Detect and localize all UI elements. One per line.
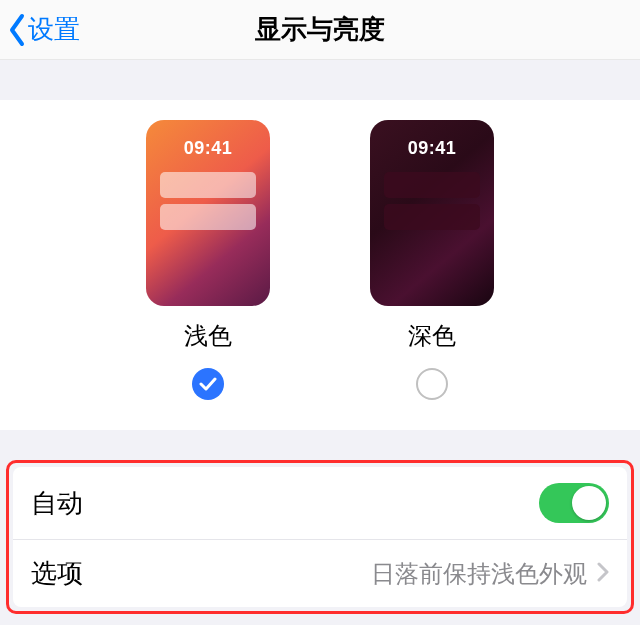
- dark-preview: 09:41: [370, 120, 494, 306]
- back-button-label: 设置: [28, 12, 80, 47]
- preview-widgets: [160, 172, 256, 236]
- preview-time: 09:41: [146, 120, 270, 159]
- page-title: 显示与亮度: [0, 12, 640, 47]
- light-radio-selected[interactable]: [192, 368, 224, 400]
- settings-list: 自动 选项 日落前保持浅色外观: [13, 467, 627, 607]
- preview-widgets: [384, 172, 480, 236]
- options-value: 日落前保持浅色外观: [371, 558, 587, 590]
- dark-label: 深色: [408, 320, 456, 352]
- options-value-container: 日落前保持浅色外观: [371, 558, 609, 590]
- preview-time: 09:41: [370, 120, 494, 159]
- light-preview: 09:41: [146, 120, 270, 306]
- dark-radio-unselected[interactable]: [416, 368, 448, 400]
- automatic-row: 自动: [13, 467, 627, 539]
- automatic-label: 自动: [31, 486, 83, 521]
- appearance-section: 09:41 浅色 09:41 深色: [0, 100, 640, 430]
- toggle-knob: [572, 486, 606, 520]
- chevron-left-icon: [8, 13, 28, 47]
- light-label: 浅色: [184, 320, 232, 352]
- checkmark-icon: [199, 377, 217, 391]
- navbar: 设置 显示与亮度: [0, 0, 640, 60]
- options-row[interactable]: 选项 日落前保持浅色外观: [13, 539, 627, 607]
- theme-options: 09:41 浅色 09:41 深色: [0, 120, 640, 400]
- theme-option-dark[interactable]: 09:41 深色: [370, 120, 494, 400]
- automatic-toggle[interactable]: [539, 483, 609, 523]
- back-button[interactable]: 设置: [0, 12, 80, 47]
- theme-option-light[interactable]: 09:41 浅色: [146, 120, 270, 400]
- options-label: 选项: [31, 556, 83, 591]
- highlighted-group: 自动 选项 日落前保持浅色外观: [6, 460, 634, 614]
- chevron-right-icon: [597, 560, 609, 588]
